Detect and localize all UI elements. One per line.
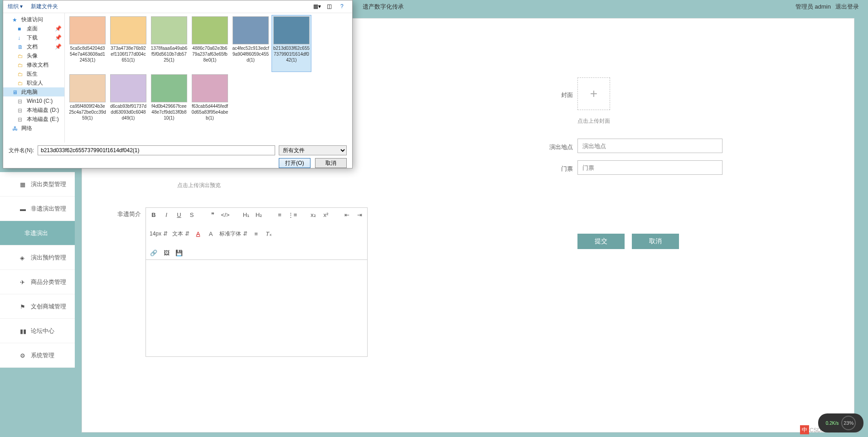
file-open-dialog: 组织 ▾ 新建文件夹 ▦▾ ◫ ? ★快速访问 ■桌面📌 ↓下载📌 🗎文档📌 🗀… bbox=[3, 0, 353, 168]
nav-win10[interactable]: ⊟Win10 (C:) bbox=[3, 96, 64, 106]
font-family-select[interactable]: 标准字体 ⇵ bbox=[219, 230, 247, 238]
view-mode-icon[interactable]: ▦▾ bbox=[313, 3, 320, 10]
file-name-label: f4d0b429667fcee48e7cf9dd13f0b810(1) bbox=[150, 103, 188, 121]
superscript-icon[interactable]: x² bbox=[322, 211, 330, 219]
open-button[interactable]: 打开(O) bbox=[279, 158, 310, 168]
save-editor-icon[interactable]: 💾 bbox=[175, 249, 183, 257]
plus-icon: + bbox=[590, 86, 597, 101]
indent-icon[interactable]: ⇤ bbox=[343, 211, 351, 219]
sidebar-item-forum[interactable]: ▮▮论坛中心 bbox=[0, 319, 75, 343]
sidebar-item-show-type[interactable]: ▦演出类型管理 bbox=[0, 172, 75, 197]
sidebar-nav: ▦演出类型管理 ▬非遗演出管理 非遗演出 ◈演出预约管理 ✈商品分类管理 ⚑文创… bbox=[0, 172, 75, 368]
send-icon: ✈ bbox=[20, 279, 26, 285]
file-item[interactable]: 5ca5c8d54204d354e7a463608ad12453(1) bbox=[68, 15, 107, 72]
network-icon: 🖧 bbox=[12, 125, 19, 131]
dialog-cancel-button[interactable]: 取消 bbox=[315, 158, 347, 168]
file-thumbnail bbox=[110, 16, 146, 44]
code-icon[interactable]: </> bbox=[221, 211, 229, 219]
image-icon[interactable]: 🖼 bbox=[162, 249, 170, 257]
file-item[interactable]: 4886c70a62e3b679a237af63e65fb8e0(1) bbox=[190, 15, 230, 72]
nav-professional[interactable]: 🗀职业人 bbox=[3, 78, 64, 87]
pin-icon: 📌 bbox=[55, 25, 62, 32]
h1-icon[interactable]: H₁ bbox=[242, 211, 250, 219]
taskbar-tray: 中 bbox=[800, 425, 809, 434]
download-icon: ↓ bbox=[18, 35, 24, 40]
file-grid[interactable]: 5ca5c8d54204d354e7a463608ad12453(1)373a4… bbox=[65, 13, 352, 143]
bold-icon[interactable]: B bbox=[150, 211, 158, 219]
outdent-icon[interactable]: ⇥ bbox=[355, 211, 364, 219]
nav-quick-access[interactable]: ★快速访问 bbox=[3, 15, 64, 24]
bg-color-icon[interactable]: A bbox=[207, 230, 215, 238]
submit-button[interactable]: 提交 bbox=[577, 234, 625, 249]
file-item[interactable]: ca95f4809f24b3e25c4a72be0cc39d59(1) bbox=[68, 73, 107, 130]
ordered-list-icon[interactable]: ≡ bbox=[276, 211, 284, 219]
editor-toolbar: B I U S ❞ </> H₁ H₂ ≡ ⋮≡ x₂ x² bbox=[146, 208, 367, 260]
file-item[interactable]: f4d0b429667fcee48e7cf9dd13f0b810(1) bbox=[149, 73, 189, 130]
help-icon[interactable]: ? bbox=[340, 3, 348, 10]
link-icon[interactable]: 🔗 bbox=[150, 249, 158, 257]
sidebar-item-heritage-show[interactable]: 非遗演出 bbox=[0, 221, 75, 245]
star-icon: ★ bbox=[12, 17, 19, 22]
strike-icon[interactable]: S bbox=[188, 211, 196, 219]
nav-local-d[interactable]: ⊟本地磁盘 (D:) bbox=[3, 106, 64, 115]
folder-icon: 🗀 bbox=[18, 80, 24, 86]
folder-icon: 🗀 bbox=[18, 53, 24, 58]
sidebar-item-reservation[interactable]: ◈演出预约管理 bbox=[0, 245, 75, 270]
file-thumbnail bbox=[151, 74, 187, 102]
font-size-select[interactable]: 14px ⇵ bbox=[150, 231, 168, 237]
sidebar-item-system[interactable]: ⚙系统管理 bbox=[0, 343, 75, 368]
file-item[interactable]: b213d033f62c6557379901f1614df042(1) bbox=[272, 15, 311, 72]
nav-edit-docs[interactable]: 🗀修改文档 bbox=[3, 60, 64, 69]
file-item[interactable]: ac4fec52c913edcf9a904f86059c455d(1) bbox=[231, 15, 271, 72]
unordered-list-icon[interactable]: ⋮≡ bbox=[288, 211, 296, 219]
file-name-label: 4886c70a62e3b679a237af63e65fb8e0(1) bbox=[191, 45, 228, 63]
file-item[interactable]: f63cab5d4445fedf0d65a83f95e4abeb(1) bbox=[190, 73, 230, 130]
file-item[interactable]: 1378faaa6a49ab6f5f0d5610b7db5725(1) bbox=[149, 15, 189, 72]
sidebar-item-heritage-show-mgmt[interactable]: ▬非遗演出管理 bbox=[0, 197, 75, 221]
admin-label[interactable]: 管理员 admin bbox=[795, 3, 831, 11]
file-item[interactable]: d6cab93bf91737ddd63093d0c6048d49(1) bbox=[108, 73, 148, 130]
desktop-icon: ■ bbox=[18, 26, 24, 31]
doc-icon: 🗎 bbox=[18, 44, 24, 49]
nav-desktop[interactable]: ■桌面📌 bbox=[3, 24, 64, 33]
sidebar-item-shop[interactable]: ⚑文创商城管理 bbox=[0, 294, 75, 319]
venue-input[interactable] bbox=[577, 139, 723, 153]
font-color-icon[interactable]: A bbox=[194, 230, 202, 238]
disk-icon: ⊟ bbox=[18, 107, 24, 113]
rich-text-editor[interactable]: B I U S ❞ </> H₁ H₂ ≡ ⋮≡ x₂ x² bbox=[145, 207, 368, 357]
file-filter-select[interactable]: 所有文件 bbox=[279, 145, 347, 155]
underline-icon[interactable]: U bbox=[175, 211, 183, 219]
font-type-select[interactable]: 文本 ⇵ bbox=[172, 230, 189, 238]
logout-link[interactable]: 退出登录 bbox=[835, 3, 859, 11]
file-item[interactable]: 373a4738e76b92ef1106f177d004c651(1) bbox=[108, 15, 148, 72]
chevron-icon: ⇵ bbox=[243, 231, 247, 237]
nav-doctor[interactable]: 🗀医生 bbox=[3, 69, 64, 78]
h2-icon[interactable]: H₂ bbox=[255, 211, 263, 219]
align-icon[interactable]: ≡ bbox=[252, 230, 260, 238]
nav-this-pc[interactable]: 🖥此电脑 bbox=[3, 87, 64, 96]
italic-icon[interactable]: I bbox=[162, 211, 170, 219]
chevron-icon: ⇵ bbox=[163, 231, 168, 237]
cover-upload-box[interactable]: + bbox=[577, 77, 610, 110]
clear-format-icon[interactable]: Tₓ bbox=[265, 230, 273, 238]
quote-icon[interactable]: ❞ bbox=[209, 211, 217, 219]
dialog-nav-tree[interactable]: ★快速访问 ■桌面📌 ↓下载📌 🗎文档📌 🗀头像 🗀修改文档 🗀医生 🗀职业人 … bbox=[3, 13, 65, 143]
cancel-button[interactable]: 取消 bbox=[632, 234, 679, 249]
nav-avatar[interactable]: 🗀头像 bbox=[3, 51, 64, 60]
ime-icon[interactable]: 中 bbox=[800, 425, 809, 434]
new-folder-button[interactable]: 新建文件夹 bbox=[31, 3, 58, 10]
sidebar-item-category[interactable]: ✈商品分类管理 bbox=[0, 270, 75, 294]
nav-downloads[interactable]: ↓下载📌 bbox=[3, 33, 64, 42]
preview-pane-icon[interactable]: ◫ bbox=[327, 3, 334, 10]
nav-documents[interactable]: 🗎文档📌 bbox=[3, 42, 64, 51]
system-monitor-widget[interactable]: 0.2K/s 23% bbox=[818, 413, 863, 432]
pin-icon: 📌 bbox=[55, 34, 62, 41]
nav-network[interactable]: 🖧网络 bbox=[3, 124, 64, 133]
organize-menu[interactable]: 组织 ▾ bbox=[8, 3, 23, 10]
ticket-input[interactable] bbox=[577, 160, 723, 175]
cover-hint: 点击上传封面 bbox=[577, 117, 736, 125]
nav-local-e[interactable]: ⊟本地磁盘 (E:) bbox=[3, 115, 64, 124]
filename-input[interactable] bbox=[38, 145, 275, 155]
subscript-icon[interactable]: x₂ bbox=[309, 211, 317, 219]
file-thumbnail bbox=[233, 16, 269, 44]
